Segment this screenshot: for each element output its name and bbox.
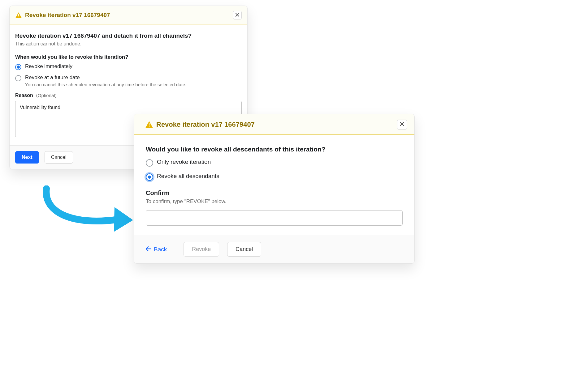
cancel-button[interactable]: Cancel [227,242,261,257]
modal-body: Would you like to revoke all descendants… [134,135,414,235]
modal-title: Revoke iteration v17 16679407 [25,12,110,19]
back-link[interactable]: Back [146,246,167,253]
close-icon [400,122,404,127]
modal-title: Revoke iteration v17 16679407 [156,121,255,129]
svg-rect-3 [149,126,149,127]
modal-header: Revoke iteration v17 16679407 [134,114,414,135]
confirm-input[interactable] [146,210,403,226]
confirm-instruction: To confirm, type "REVOKE" below. [146,198,403,205]
when-question: When would you like to revoke this itera… [15,54,242,60]
close-icon [236,12,239,18]
close-button[interactable] [397,120,407,130]
modal-header: Revoke iteration v17 16679407 [10,6,247,24]
revoke-button[interactable]: Revoke [184,242,219,257]
radio-icon [15,75,21,81]
radio-icon [15,64,21,70]
radio-sublabel: You can cancel this scheduled revocation… [25,82,186,87]
warning-icon [15,12,22,18]
modal-footer: Back Revoke Cancel [134,235,414,263]
radio-icon [146,173,153,181]
radio-label: Revoke all descendants [157,173,219,180]
radio-label: Only revoke iteration [157,159,211,165]
arrow-left-icon [146,246,151,253]
svg-rect-2 [149,123,149,126]
svg-rect-0 [18,14,19,16]
warning-icon [145,121,153,128]
reason-optional: (Optional) [36,93,57,98]
next-button[interactable]: Next [15,151,39,164]
revoke-question: Revoke iteration v17 16679407 and detach… [15,32,242,39]
radio-icon [146,159,153,167]
radio-label: Revoke at a future date [25,74,186,81]
flow-arrow-icon [37,185,136,241]
back-label: Back [154,246,167,253]
irreversible-warning: This action cannot be undone. [15,41,242,47]
reason-label-row: Reason (Optional) [15,93,242,98]
close-button[interactable] [233,11,242,19]
radio-only-iteration[interactable]: Only revoke iteration [146,159,403,167]
radio-revoke-future[interactable]: Revoke at a future date You can cancel t… [15,74,242,87]
descendants-question: Would you like to revoke all descendants… [146,146,403,153]
radio-label: Revoke immediately [25,63,72,70]
reason-label: Reason [15,93,33,98]
cancel-button[interactable]: Cancel [45,151,73,164]
radio-revoke-immediately[interactable]: Revoke immediately [15,63,242,70]
revoke-modal-step2: Revoke iteration v17 16679407 Would you … [134,114,415,264]
confirm-heading: Confirm [146,189,403,197]
radio-all-descendants[interactable]: Revoke all descendants [146,173,403,181]
svg-rect-1 [18,17,19,17]
